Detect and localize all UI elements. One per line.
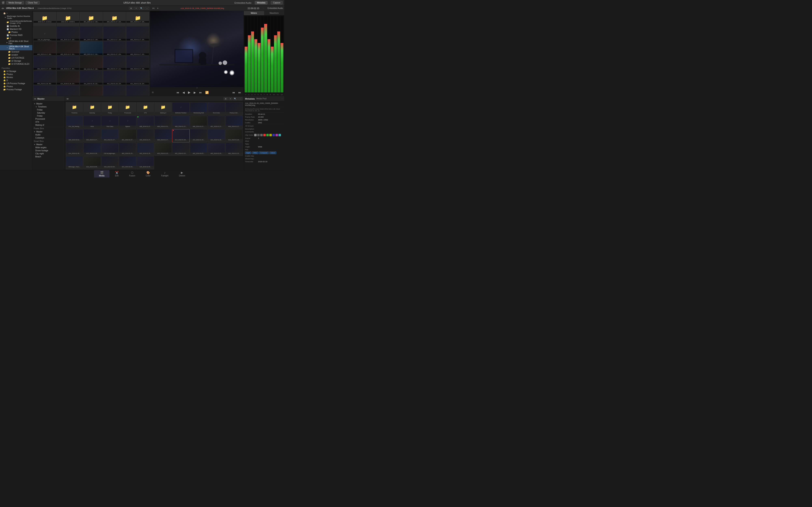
view-list-btn[interactable]: ≡ (134, 7, 138, 10)
media-thumb-clip-6[interactable]: A03_2015-12-17, 201... (57, 41, 80, 55)
sidebar-item-photos1[interactable]: 📁 Photos (0, 31, 32, 34)
more-btn[interactable]: ··· (145, 7, 149, 10)
tree-pb-cutaways[interactable]: Cutaways (33, 136, 65, 139)
sidebar-item-c[interactable]: 📁 C (0, 37, 32, 40)
pool-clip-item[interactable]: A08_2016-01-27... (154, 129, 172, 143)
color-swatch-2[interactable] (257, 134, 260, 136)
media-thumb-clip-23[interactable]: A08_2016-01-27, 211... (103, 85, 126, 96)
pool-clip-item[interactable]: ♪Arise (84, 116, 101, 129)
pool-clip-item[interactable]: A14_2016-01-28... (225, 129, 243, 143)
color-swatch-1[interactable] (254, 134, 257, 136)
media-thumb-clip-9[interactable]: A08_2016-01-27, 220... (126, 41, 149, 55)
pool-clip-item[interactable]: A08_2016-04-02... (66, 129, 83, 143)
color-swatch-5[interactable] (266, 134, 269, 136)
pool-clip-item[interactable]: 218 full pilgimage... (101, 143, 118, 156)
pool-clip-item[interactable]: FXL_full_flowing... (66, 116, 83, 129)
media-thumb-clip-16[interactable]: A14_2016-01-28, 215... (57, 70, 80, 85)
tree-master[interactable]: ▼ Master (33, 102, 65, 105)
media-thumb-clip-22[interactable]: A58_2016-01-27, 360... (80, 85, 103, 96)
clone-tool-btn[interactable]: Clone Tool (26, 1, 40, 4)
pool-clip-item[interactable]: A03_2016-01-25... (137, 143, 154, 156)
pool-clip-item[interactable]: A15_2016-02-05... (101, 156, 118, 169)
pool-clip-item[interactable]: 📁VFX (137, 102, 154, 115)
color-swatch-8[interactable] (275, 134, 278, 136)
tree-timeline-friday1[interactable]: Friday (33, 108, 65, 111)
prev-btn2[interactable]: ⏮ (232, 91, 236, 95)
fav-photos2[interactable]: ⭐ Photos (0, 85, 32, 88)
loop-btn[interactable]: 🔁 (204, 91, 209, 95)
nav-tab-edit[interactable]: ✂️ Edit (110, 170, 123, 177)
pool-clip-item[interactable]: A01_2016-01-27... (119, 129, 136, 143)
tree-sb-master[interactable]: ▼ Master (33, 143, 65, 146)
next-frame-btn[interactable]: ▶ (193, 91, 197, 95)
capture-btn[interactable]: Capture (271, 1, 283, 4)
color-swatch-3[interactable] (260, 134, 263, 136)
tree-processed[interactable]: Processed (33, 117, 65, 120)
fav-photos[interactable]: ⭐ Photos (0, 73, 32, 76)
tree-vfx[interactable]: VFX (33, 120, 65, 123)
sidebar-item-maintech[interactable]: 💾 Maintech HD (0, 27, 32, 31)
pool-clip-item[interactable]: A15_2016-01-28... (84, 143, 101, 156)
pool-clip-item[interactable]: A14_2016-01-28... (208, 129, 225, 143)
media-thumb-clip-18[interactable]: A14_2016-01-28, 225... (103, 70, 126, 85)
pool-clip-item[interactable]: ♪First Class (101, 116, 118, 129)
pool-clip-item[interactable]: A08_2016-01-27... (190, 116, 207, 129)
pool-clip-item[interactable]: A03_2016-09-25... (190, 143, 207, 156)
sidebar-item-promise[interactable]: 💾 Promise RAID (0, 34, 32, 37)
sidebar-item-blackmagic[interactable]: ▶ Blackmagic DaVinci Resolve Studio (0, 15, 32, 20)
media-thumb-clip-19[interactable]: A14_2016-01-28, 224... (126, 70, 149, 85)
pool-clip-item[interactable]: A03_2016-01-25... (208, 143, 225, 156)
sidebar-item-godzilla[interactable]: 💾 Godzilla 4k (0, 24, 32, 27)
media-storage-btn[interactable]: Media Storage (6, 1, 24, 4)
sidebar-item-users[interactable]: 📁 /Users/alexanderda/Movies (Usage: 67%) (0, 20, 32, 24)
sidebar-home[interactable]: 🏠~ (0, 12, 32, 15)
next-clip-btn[interactable]: ⏭ (198, 91, 203, 95)
tree-pb-audio[interactable]: Audio (33, 133, 65, 136)
color-swatch-6[interactable] (269, 134, 272, 136)
tree-timeline-friday2[interactable]: Friday (33, 114, 65, 117)
pool-clip-item[interactable]: A08_2016-01-27... (225, 116, 243, 129)
pool-clip-item[interactable]: End Creds (208, 102, 225, 115)
pool-clip-item[interactable]: A03_2016-01-27... (137, 129, 154, 143)
waveform-tab[interactable]: Waveform (264, 11, 285, 15)
nav-tab-deliver[interactable]: ▶ Deliver (174, 170, 190, 177)
pool-clip-item[interactable]: A08_2016-01-27... (137, 116, 154, 129)
nav-tab-fusion[interactable]: ⬡ Fusion (124, 170, 140, 177)
pool-clip-item[interactable]: A14_2016-01-28... (66, 143, 83, 156)
sidebar-item-process-footage[interactable]: 📁 Process Footage (0, 88, 32, 91)
media-thumb-clip-7[interactable]: A03_2015-12-17, 201... (80, 41, 103, 55)
pool-clip-item[interactable]: A14_2016-01-28... (190, 129, 207, 143)
pool-clip-item[interactable]: A08_2016-01-31... (154, 116, 172, 129)
color-swatch-9[interactable] (278, 134, 281, 136)
sidebar-item-ursa1[interactable]: ▶ URSA Mini 4.6K Short Film (0, 40, 32, 45)
media-thumb-note-1[interactable]: ♪ 218_full_pilgrimage_... (33, 26, 56, 41)
search-btn[interactable]: 🔍 (139, 7, 144, 10)
sidebar-item-ui-storage-alex[interactable]: 📁 UI STORAGE ALEX (0, 62, 32, 65)
tree-sb-city[interactable]: City night (33, 152, 65, 155)
pool-clip-item[interactable]: Final (a Cell... (225, 102, 243, 115)
sidebar-item-ui-storage[interactable]: 📁 UI Storage (0, 59, 32, 62)
metadata-btn[interactable]: Metadata (255, 1, 268, 4)
pool-clip-item[interactable]: 📁Making of (154, 102, 172, 115)
media-thumb-clip-4[interactable]: A05_2016-01-27, 225... (126, 26, 149, 41)
pool-clip-item[interactable]: 📁Processed (119, 102, 136, 115)
tag-computer[interactable]: Computer (259, 152, 268, 154)
tree-sb-drone[interactable]: Drone footage (33, 149, 65, 152)
media-thumb-clip-5[interactable]: A03_2015-12-17, 200... (33, 41, 56, 55)
tag-office[interactable]: Office (252, 152, 259, 154)
pool-clip-item[interactable]: ♪BelAnda Timeline (172, 102, 189, 115)
prev-clip-btn[interactable]: ⏮ (175, 91, 180, 95)
fav-lr-process[interactable]: ⭐ LR-Process Footage (0, 82, 32, 85)
media-thumb-clip-11[interactable]: A08_2016-01-27, 304... (57, 56, 80, 70)
media-thumb-clip-3[interactable]: A01_2015-12-17, 195... (103, 26, 126, 41)
media-thumb-clip-12[interactable]: A58_2016-01-27, 360... (80, 56, 103, 70)
color-swatch-4[interactable] (263, 134, 266, 136)
media-thumb-clip-17[interactable]: A14_2016-01-28, 221... (80, 70, 103, 85)
media-thumb-clip-21[interactable]: A08_2016-01-27, 304... (57, 85, 80, 96)
pool-clip-item[interactable]: A15_2016-02-05... (119, 156, 136, 169)
pool-clip-item[interactable]: A15_2016-02-05... (84, 156, 101, 169)
pool-clip-item[interactable]: A03_2016-01-25... (154, 143, 172, 156)
media-thumb-clip-13[interactable]: A08_2016-01-27, 211... (103, 56, 126, 70)
pool-clip-item[interactable]: Wednesday Edit (190, 102, 207, 115)
tag-night[interactable]: Night (245, 152, 251, 154)
